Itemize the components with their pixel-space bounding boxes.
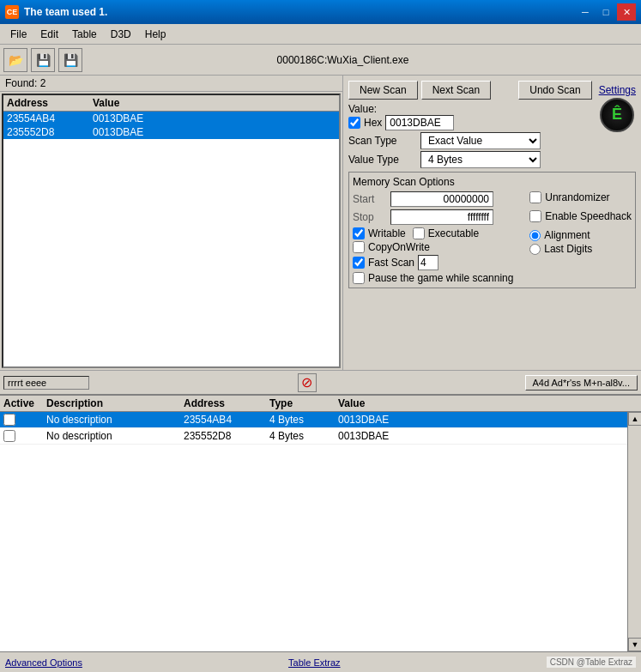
value-row: Value:: [348, 103, 636, 115]
toolbar-save-btn[interactable]: 💾: [31, 48, 55, 72]
unrandomizer-checkbox[interactable]: [529, 191, 541, 203]
pause-label: Pause the game while scanning: [368, 272, 513, 284]
pause-checkbox[interactable]: [353, 272, 365, 284]
scan-row[interactable]: 235552D8 0013DBAE: [3, 125, 339, 139]
maximize-button[interactable]: □: [596, 3, 615, 21]
scan-row[interactable]: 23554AB4 0013DBAE: [3, 112, 339, 125]
scan-val-1: 0013DBAE: [93, 126, 336, 138]
menu-help[interactable]: Help: [138, 27, 173, 42]
right-panel: New Scan Next Scan Undo Scan Settings Va…: [343, 76, 641, 370]
table-extra[interactable]: Table Extraz: [288, 657, 341, 668]
status-bar: Advanced Options Table Extraz CSDN @Tabl…: [0, 651, 641, 672]
hex-input[interactable]: [385, 115, 454, 130]
col-active-header: Active: [3, 397, 46, 409]
left-panel: Found: 2 Address Value 23554AB4 0013DBAE…: [0, 76, 343, 370]
scan-val-0: 0013DBAE: [93, 112, 336, 124]
alignment-option[interactable]: Alignment: [529, 229, 592, 241]
hex-checkbox[interactable]: [348, 117, 360, 129]
speedhack-checkbox[interactable]: [529, 210, 541, 222]
main-wrapper: Found: 2 Address Value 23554AB4 0013DBAE…: [0, 76, 641, 672]
menu-d3d[interactable]: D3D: [104, 27, 138, 42]
memory-scan-section: Memory Scan Options Start Stop: [348, 172, 636, 288]
writable-checkbox[interactable]: [353, 227, 365, 239]
scan-buttons-row: New Scan Next Scan Undo Scan Settings: [348, 81, 636, 100]
fast-scan-input[interactable]: [418, 255, 438, 270]
scroll-down-btn[interactable]: ▼: [628, 638, 641, 651]
hex-label: Hex: [364, 117, 382, 129]
addr-scrollbar: ▲ ▼: [627, 412, 641, 651]
toolbar-save2-btn[interactable]: 💾: [58, 48, 82, 72]
stop-input[interactable]: [390, 209, 493, 225]
right-controls: New Scan Next Scan Undo Scan Settings Va…: [343, 76, 641, 370]
memory-scan-title: Memory Scan Options: [353, 176, 632, 188]
new-scan-button[interactable]: New Scan: [348, 81, 418, 100]
col-header-address: Address: [7, 97, 93, 109]
title-bar-controls: ─ □ ✕: [576, 3, 636, 21]
speedhack-label: Enable Speedhack: [545, 210, 632, 222]
addr-type-1: 4 Bytes: [269, 430, 338, 442]
executable-label: Executable: [428, 227, 479, 239]
scan-type-select[interactable]: Exact Value Bigger than... Smaller than.…: [420, 132, 541, 149]
start-input[interactable]: [390, 191, 493, 207]
fast-scan-checkbox[interactable]: [353, 257, 365, 269]
col-desc-header: Description: [46, 397, 184, 409]
col-type-header: Type: [269, 397, 338, 409]
start-row: Start: [353, 191, 516, 207]
speedhack-row: Enable Speedhack: [529, 210, 632, 222]
menu-file[interactable]: File: [3, 27, 33, 42]
scan-addr-0: 23554AB4: [7, 112, 93, 124]
scroll-up-btn[interactable]: ▲: [628, 412, 641, 426]
last-digits-option[interactable]: Last Digits: [529, 243, 592, 255]
scan-type-label: Scan Type: [348, 135, 417, 147]
last-digits-label: Last Digits: [544, 243, 592, 255]
addr-val-0: 0013DBAE: [338, 414, 624, 426]
close-button[interactable]: ✕: [617, 3, 636, 21]
last-digits-radio[interactable]: [529, 244, 541, 255]
alignment-label: Alignment: [544, 229, 590, 241]
menu-table[interactable]: Table: [65, 27, 104, 42]
unrandomizer-row: Unrandomizer: [529, 191, 609, 203]
alignment-radio[interactable]: [529, 230, 541, 241]
alignment-section: Alignment Last Digits: [529, 229, 592, 255]
col-header-value: Value: [93, 97, 336, 109]
writable-exec-row: Writable Executable: [353, 227, 516, 239]
scan-results-table: Address Value 23554AB4 0013DBAE 235552D8…: [2, 94, 341, 368]
addr-active-1: [3, 430, 46, 442]
addr-list-row[interactable]: No description 23554AB4 4 Bytes 0013DBAE: [0, 412, 627, 428]
addr-list-body: No description 23554AB4 4 Bytes 0013DBAE…: [0, 412, 641, 651]
logo-icon: Ê: [600, 98, 634, 132]
copy-on-write-checkbox[interactable]: [353, 241, 365, 253]
minimize-button[interactable]: ─: [576, 3, 595, 21]
executable-row: Executable: [413, 227, 479, 239]
value-type-label: Value Type: [348, 154, 417, 166]
col-val-header: Value: [338, 397, 638, 409]
addr-type-0: 4 Bytes: [269, 414, 338, 426]
found-label: Found: 2: [0, 76, 342, 92]
add-address-button[interactable]: A4d Ad*r'ss M+n-al8v...: [525, 375, 638, 390]
copy-on-write-label: CopyOnWrite: [368, 241, 430, 253]
fast-scan-label: Fast Scan: [368, 257, 414, 269]
settings-link[interactable]: Settings: [599, 84, 636, 96]
undo-scan-button[interactable]: Undo Scan: [518, 81, 591, 100]
search-input[interactable]: [3, 376, 89, 390]
addr-active-checkbox-0[interactable]: [3, 414, 15, 426]
menu-edit[interactable]: Edit: [33, 27, 65, 42]
addr-active-checkbox-1[interactable]: [3, 430, 15, 442]
writable-row: Writable: [353, 227, 406, 239]
addr-list-row[interactable]: No description 235552D8 4 Bytes 0013DBAE: [0, 428, 627, 445]
addr-table: No description 23554AB4 4 Bytes 0013DBAE…: [0, 412, 627, 651]
pause-row: Pause the game while scanning: [353, 272, 516, 284]
content-split: Found: 2 Address Value 23554AB4 0013DBAE…: [0, 76, 641, 370]
toolbar-open-btn[interactable]: 📂: [3, 48, 27, 72]
scan-table-header: Address Value: [3, 95, 339, 112]
next-scan-button[interactable]: Next Scan: [421, 81, 491, 100]
value-type-select[interactable]: 4 Bytes 2 Bytes 1 Byte 8 Bytes Float Dou…: [420, 151, 541, 168]
copy-on-write-row: CopyOnWrite: [353, 241, 516, 253]
addr-desc-1: No description: [46, 430, 184, 442]
scroll-track: [628, 426, 641, 638]
value-label: Value:: [348, 103, 377, 115]
advanced-options[interactable]: Advanced Options: [5, 657, 82, 668]
delete-button[interactable]: ⊘: [298, 373, 317, 392]
addr-active-0: [3, 414, 46, 426]
executable-checkbox[interactable]: [413, 227, 425, 239]
